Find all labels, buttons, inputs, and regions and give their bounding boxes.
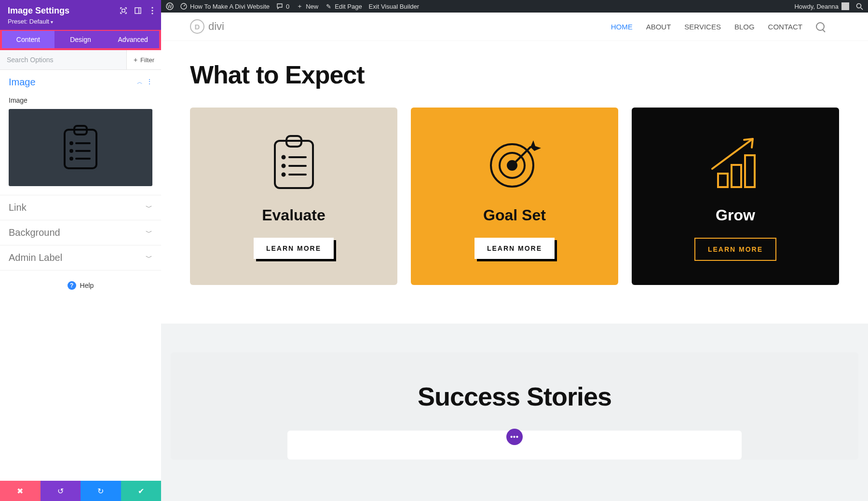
svg-rect-19 xyxy=(275,141,313,188)
section-link-toggle[interactable]: Link ﹀ xyxy=(0,195,161,220)
wp-admin-bar: W How To Make A Divi Website 0 ＋ New ✎ E… xyxy=(161,0,868,13)
tab-design[interactable]: Design xyxy=(54,31,107,48)
module-settings-panel: Image Settings Preset: Default Content D… xyxy=(0,0,161,501)
nav-home[interactable]: HOME xyxy=(611,23,633,31)
nav-search-icon[interactable] xyxy=(816,22,825,31)
image-upload-preview[interactable] xyxy=(9,109,152,186)
section-admin-label-title: Admin Label xyxy=(9,252,62,263)
card-evaluate: Evaluate LEARN MORE xyxy=(190,108,397,285)
save-button[interactable]: ✔ xyxy=(121,481,162,501)
svg-point-23 xyxy=(282,165,285,167)
undo-button[interactable]: ↺ xyxy=(41,481,81,501)
card-grow: Grow LEARN MORE xyxy=(632,108,839,285)
nav-services[interactable]: SERVICES xyxy=(684,23,721,31)
section-link: Link ﹀ xyxy=(0,195,161,220)
redo-button[interactable]: ↻ xyxy=(81,481,121,501)
site-title: How To Make A Divi Website xyxy=(190,3,270,10)
wpbar-search-icon[interactable] xyxy=(856,3,863,10)
chevron-down-icon: ﹀ xyxy=(146,229,152,237)
success-stories-section: Success Stories ••• xyxy=(171,352,858,460)
search-row: Filter xyxy=(0,50,161,70)
stories-heading: Success Stories xyxy=(190,381,839,411)
module-options-fab[interactable]: ••• xyxy=(506,429,523,445)
section-admin-label-toggle[interactable]: Admin Label ﹀ xyxy=(0,245,161,270)
chevron-down-icon: ﹀ xyxy=(146,254,152,262)
site-logo[interactable]: D divi xyxy=(190,19,224,34)
primary-nav: HOME ABOUT SERVICES BLOG CONTACT xyxy=(611,22,825,31)
focus-icon[interactable] xyxy=(120,7,127,14)
snap-icon[interactable] xyxy=(134,7,142,14)
filter-button[interactable]: Filter xyxy=(126,50,161,69)
settings-tabs: Content Design Advanced xyxy=(2,31,159,48)
section-background-toggle[interactable]: Background ﹀ xyxy=(0,220,161,245)
cancel-button[interactable]: ✖ xyxy=(0,481,41,501)
nav-contact[interactable]: CONTACT xyxy=(768,23,802,31)
edit-page-link[interactable]: ✎ Edit Page xyxy=(325,3,362,10)
svg-point-8 xyxy=(70,142,72,144)
svg-rect-1 xyxy=(135,8,141,14)
new-menu[interactable]: ＋ New xyxy=(296,3,318,10)
chevron-up-icon: ︿ xyxy=(137,78,143,86)
cards-row: Evaluate LEARN MORE Goal Set LEARN MORE xyxy=(190,108,839,285)
card-goal-set: Goal Set LEARN MORE xyxy=(411,108,618,285)
page-heading: What to Expect xyxy=(190,60,839,89)
card-title: Goal Set xyxy=(425,206,604,224)
wp-logo-icon[interactable]: W xyxy=(166,2,174,10)
edit-page-label: Edit Page xyxy=(335,3,362,10)
image-field-label: Image xyxy=(9,96,152,104)
settings-footer: ✖ ↺ ↻ ✔ xyxy=(0,481,161,501)
settings-header: Image Settings Preset: Default xyxy=(0,0,161,30)
site-menu[interactable]: How To Make A Divi Website xyxy=(180,3,270,10)
svg-rect-32 xyxy=(745,155,755,187)
howdy-menu[interactable]: Howdy, Deanna xyxy=(794,2,849,10)
svg-point-10 xyxy=(70,150,72,152)
clipboard-icon xyxy=(204,134,383,192)
nav-about[interactable]: ABOUT xyxy=(646,23,671,31)
svg-point-4 xyxy=(151,10,153,11)
card-title: Evaluate xyxy=(204,206,383,224)
story-card: ••• xyxy=(287,431,742,460)
help-icon: ? xyxy=(68,281,76,290)
learn-more-button[interactable]: LEARN MORE xyxy=(475,238,555,259)
section-link-title: Link xyxy=(9,202,27,213)
site-header: D divi HOME ABOUT SERVICES BLOG CONTACT xyxy=(161,13,868,41)
svg-rect-31 xyxy=(732,165,741,187)
section-background-title: Background xyxy=(9,227,60,238)
svg-point-21 xyxy=(282,156,285,159)
tab-advanced[interactable]: Advanced xyxy=(107,31,159,48)
svg-rect-0 xyxy=(122,9,125,12)
svg-point-5 xyxy=(151,13,153,14)
learn-more-button[interactable]: LEARN MORE xyxy=(694,238,776,261)
clipboard-icon xyxy=(62,124,99,171)
comments-menu[interactable]: 0 xyxy=(276,3,289,10)
pencil-icon: ✎ xyxy=(325,3,332,10)
settings-tabs-highlight: Content Design Advanced xyxy=(0,30,161,50)
comments-count: 0 xyxy=(286,3,289,10)
chevron-down-icon: ﹀ xyxy=(146,203,152,212)
tab-content[interactable]: Content xyxy=(2,31,54,48)
nav-blog[interactable]: BLOG xyxy=(734,23,755,31)
search-input[interactable] xyxy=(0,50,126,69)
new-label: New xyxy=(306,3,318,10)
section-more-icon[interactable]: ⋮ xyxy=(147,78,152,86)
avatar xyxy=(841,2,849,10)
help-link[interactable]: ? Help xyxy=(0,271,161,300)
svg-point-3 xyxy=(151,7,153,8)
page-content: What to Expect Evaluate LEARN MORE xyxy=(161,41,868,324)
more-icon[interactable] xyxy=(149,7,156,14)
svg-line-18 xyxy=(861,8,863,10)
svg-rect-30 xyxy=(718,174,728,187)
section-admin-label: Admin Label ﹀ xyxy=(0,245,161,271)
section-image-toggle[interactable]: Image ︿ ⋮ xyxy=(0,70,161,95)
svg-point-25 xyxy=(282,174,285,176)
preset-dropdown[interactable]: Preset: Default xyxy=(8,18,153,25)
svg-text:W: W xyxy=(167,4,172,9)
section-image: Image ︿ ⋮ Image xyxy=(0,70,161,195)
exit-visual-builder[interactable]: Exit Visual Builder xyxy=(369,3,420,10)
main-area: W How To Make A Divi Website 0 ＋ New ✎ E… xyxy=(161,0,868,501)
learn-more-button[interactable]: LEARN MORE xyxy=(254,238,334,259)
dashboard-icon xyxy=(180,3,187,10)
howdy-text: Howdy, Deanna xyxy=(794,3,839,10)
svg-point-17 xyxy=(857,3,861,8)
comment-icon xyxy=(276,3,283,10)
